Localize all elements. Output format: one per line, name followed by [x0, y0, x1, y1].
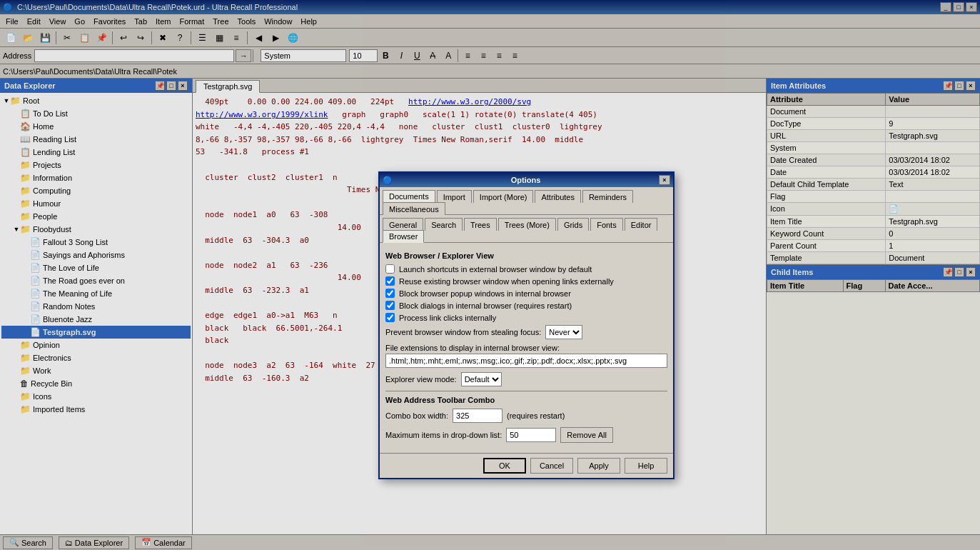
dialog-sub-tab-trees-more[interactable]: Trees (More): [498, 218, 556, 231]
file-ext-label: File extensions to display in internal b…: [385, 344, 667, 352]
dialog-tab-import-more[interactable]: Import (More): [473, 190, 534, 203]
checkbox-reuse-browser: Reuse existing browser window when openi…: [385, 276, 667, 286]
web-address-section-title: Web Address Toolbar Combo: [385, 396, 667, 404]
web-browser-section-title: Web Browser / Explorer View: [385, 251, 667, 260]
combo-width-input[interactable]: [453, 409, 502, 423]
dialog-sub-tab-trees[interactable]: Trees: [464, 218, 497, 231]
checkbox-launch-shortcuts: Launch shortcuts in external browser win…: [385, 264, 667, 274]
dialog-sub-tab-grids[interactable]: Grids: [557, 218, 589, 231]
explorer-mode-row: Explorer view mode: Default: [385, 372, 667, 386]
checkbox-block-dialogs-label: Block dialogs in internal browser (requi…: [399, 301, 572, 310]
checkbox-block-popup-input[interactable]: [385, 289, 395, 298]
dialog-title-text: Options: [511, 176, 541, 184]
combo-width-note: (requires restart): [507, 411, 565, 420]
dialog-close-button[interactable]: ×: [659, 175, 670, 185]
dialog-sub-tab-browser[interactable]: Browser: [383, 230, 424, 243]
checkbox-launch-shortcuts-input[interactable]: [385, 264, 395, 274]
max-items-label: Maximum items in drop-down list:: [385, 431, 502, 439]
prevent-browser-row: Prevent browser window from stealing foc…: [385, 325, 667, 339]
dialog-footer: OK Cancel Apply Help: [380, 453, 673, 478]
file-ext-input[interactable]: [385, 354, 667, 368]
apply-button[interactable]: Apply: [577, 458, 620, 474]
dialog-body: Web Browser / Explorer View Launch short…: [380, 243, 673, 453]
dialog-tab-attributes[interactable]: Attributes: [535, 190, 580, 203]
prevent-browser-label: Prevent browser window from stealing foc…: [385, 328, 541, 336]
checkbox-process-links: Process link clicks internally: [385, 313, 667, 322]
dialog-title-bar: 🔵 Options ×: [380, 173, 673, 187]
max-items-input[interactable]: [506, 428, 556, 442]
checkbox-reuse-browser-label: Reuse existing browser window when openi…: [399, 277, 614, 286]
combo-width-row: Combo box width: (requires restart): [385, 409, 667, 423]
dialog-icon: 🔵: [383, 176, 393, 185]
explorer-mode-select[interactable]: Default: [461, 372, 502, 386]
checkbox-process-links-label: Process link clicks internally: [399, 314, 496, 322]
dialog-sub-tab-fonts[interactable]: Fonts: [590, 218, 623, 231]
dialog-tab-import[interactable]: Import: [437, 190, 472, 203]
remove-all-button[interactable]: Remove All: [560, 427, 613, 443]
help-button[interactable]: Help: [625, 458, 667, 474]
combo-width-label: Combo box width:: [385, 411, 448, 420]
checkbox-block-popup: Block browser popup windows in internal …: [385, 289, 667, 298]
checkbox-reuse-browser-input[interactable]: [385, 276, 395, 286]
explorer-mode-label: Explorer view mode:: [385, 375, 457, 384]
checkbox-block-popup-label: Block browser popup windows in internal …: [399, 289, 571, 298]
dialog-sub-tabs: General Search Trees Trees (More) Grids …: [380, 215, 673, 243]
checkbox-process-links-input[interactable]: [385, 313, 395, 322]
checkbox-block-dialogs: Block dialogs in internal browser (requi…: [385, 301, 667, 310]
options-dialog: 🔵 Options × Documents Import Import (Mor…: [378, 171, 675, 479]
dialog-sub-tab-editor[interactable]: Editor: [625, 218, 658, 231]
max-items-row: Maximum items in drop-down list: Remove …: [385, 427, 667, 443]
dialog-tabs: Documents Import Import (More) Attribute…: [380, 187, 673, 215]
dialog-sub-tab-general[interactable]: General: [383, 218, 423, 231]
checkbox-block-dialogs-input[interactable]: [385, 301, 395, 310]
prevent-browser-select[interactable]: Never: [545, 325, 582, 339]
dialog-tab-miscellaneous[interactable]: Miscellaneous: [383, 202, 445, 215]
dialog-overlay: 🔵 Options × Documents Import Import (Mor…: [0, 0, 980, 550]
dialog-sub-tab-search[interactable]: Search: [425, 218, 463, 231]
dialog-tab-reminders[interactable]: Reminders: [582, 190, 633, 203]
dialog-tab-documents[interactable]: Documents: [383, 190, 435, 203]
section-divider: [385, 391, 667, 391]
ok-button[interactable]: OK: [483, 458, 526, 474]
cancel-button[interactable]: Cancel: [530, 458, 573, 474]
checkbox-launch-shortcuts-label: Launch shortcuts in external browser win…: [399, 265, 592, 274]
